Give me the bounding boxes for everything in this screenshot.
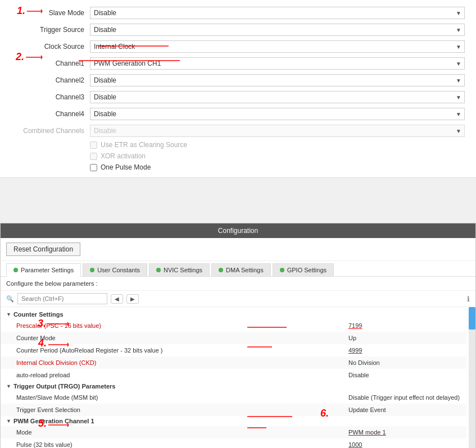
param-name: auto-reload preload [16,372,348,378]
tab-label-4: GPIO Settings [287,267,327,273]
tab-dot-icon [219,268,223,272]
section-title-0: Counter Settings [13,311,64,318]
param-name: Internal Clock Division (CKD) [16,359,348,366]
section-header-1[interactable]: ▼Trigger Output (TRGO) Parameters [1,381,466,391]
spacer [0,178,476,223]
config-select-4[interactable]: Disable [90,74,465,86]
search-icon: 🔍 [6,295,14,303]
param-value: 4999 [348,347,461,354]
param-name: Counter Period (AutoReload Register - 32… [16,347,348,354]
params-info: Configure the below parameters : [1,277,475,291]
tab-dma-settings[interactable]: DMA Settings [211,263,271,276]
checkbox-row-1: XOR activation [0,150,476,162]
config-label-4: Channel2 [11,76,90,84]
param-scroll-area: ▼Counter SettingsPrescaler (PSC - 16 bit… [1,307,475,448]
scrollbar-thumb[interactable] [469,307,475,330]
search-row: 🔍 ◀ ▶ ℹ [1,291,475,307]
param-name: Master/Slave Mode (MSM bit) [16,394,348,401]
config-row-channel1: Channel1PWM Generation CH1▼ [0,55,476,72]
top-config-panel: Slave ModeDisable▼Trigger SourceDisable▼… [0,0,476,178]
reset-configuration-button[interactable]: Reset Configuration [6,243,80,256]
config-row-slave-mode: Slave ModeDisable▼ [0,4,476,21]
checkbox-label-1: XOR activation [101,152,146,160]
config-row-combined-channels: Combined ChannelsDisable▼ [0,122,476,139]
config-label-3: Channel1 [11,60,90,67]
param-name: Prescaler (PSC - 16 bits value) [16,322,348,329]
param-value: PWM mode 1 [348,429,461,436]
config-select-3[interactable]: PWM Generation CH1 [90,57,465,70]
config-select-5[interactable]: Disable [90,91,465,103]
param-row: Trigger Event SelectionUpdate Event [1,404,466,416]
config-select-2[interactable]: Internal Clock [90,40,465,53]
config-row-channel2: Channel2Disable▼ [0,72,476,89]
param-value: 1000 [348,441,461,448]
param-row: Internal Clock Division (CKD)No Division [1,356,466,369]
param-row: Master/Slave Mode (MSM bit)Disable (Trig… [1,391,466,404]
param-value: Update Event [348,406,461,413]
config-label-7: Combined Channels [11,127,90,135]
chevron-down-icon: ▼ [6,418,11,424]
param-value: Disable (Trigger input effect not delaye… [348,394,461,401]
config-select-1[interactable]: Disable [90,24,465,36]
checkbox-2[interactable] [90,164,97,171]
section-header-0[interactable]: ▼Counter Settings [1,309,466,319]
config-label-5: Channel3 [11,93,90,101]
tab-user-constants[interactable]: User Constants [83,263,147,276]
tab-dot-icon [156,268,161,272]
checkbox-label-2: One Pulse Mode [101,163,151,171]
tab-nvic-settings[interactable]: NVIC Settings [149,263,210,276]
section-title-2: PWM Generation Channel 1 [13,418,94,424]
search-next-button[interactable]: ▶ [126,294,139,304]
config-row-channel4: Channel4Disable▼ [0,106,476,122]
config-label-6: Channel4 [11,110,90,118]
tab-gpio-settings[interactable]: GPIO Settings [273,263,334,276]
scrollbar[interactable] [469,307,475,448]
config-select-7[interactable]: Disable [90,125,465,137]
tab-dot-icon [280,268,284,272]
param-row: auto-reload preloadDisable [1,369,466,381]
param-row: ModePWM mode 1 [1,426,466,438]
checkbox-row-2: One Pulse Mode [0,162,476,173]
checkbox-row-0: Use ETR as Clearing Source [0,139,476,150]
tab-label-0: Parameter Settings [21,267,74,273]
param-name: Mode [16,429,348,436]
reset-btn-row: Reset Configuration [1,238,475,261]
tab-label-3: DMA Settings [226,267,264,273]
tab-dot-icon [13,268,18,272]
param-row: Prescaler (PSC - 16 bits value)7199 [1,319,466,332]
param-row: Counter ModeUp [1,332,466,344]
bottom-config-panel: Configuration Reset Configuration Parame… [0,223,476,448]
tab-parameter-settings[interactable]: Parameter Settings [6,263,81,277]
config-select-6[interactable]: Disable [90,108,465,120]
section-title-1: Trigger Output (TRGO) Parameters [13,383,116,390]
config-label-1: Trigger Source [11,26,90,34]
search-prev-button[interactable]: ◀ [111,294,123,304]
config-select-0[interactable]: Disable [90,7,465,19]
param-name: Pulse (32 bits value) [16,441,348,448]
section-header-2[interactable]: ▼PWM Generation Channel 1 [1,416,466,426]
checkbox-0[interactable] [90,141,97,149]
tabs-row: Parameter SettingsUser ConstantsNVIC Set… [1,261,475,277]
tab-label-2: NVIC Settings [164,267,202,273]
param-value: Disable [348,372,461,378]
chevron-down-icon: ▼ [6,383,11,389]
param-value: Up [348,335,461,341]
param-row: Counter Period (AutoReload Register - 32… [1,344,466,356]
config-header-title: Configuration [218,227,258,235]
config-label-0: Slave Mode [11,9,90,17]
tab-label-1: User Constants [97,267,140,273]
config-row-clock-source: Clock SourceInternal Clock▼ [0,38,476,55]
param-tree: ▼Counter SettingsPrescaler (PSC - 16 bit… [1,307,475,448]
tab-dot-icon [90,268,94,272]
config-row-trigger-source: Trigger SourceDisable▼ [0,21,476,38]
chevron-down-icon: ▼ [6,312,11,317]
checkbox-label-0: Use ETR as Clearing Source [101,141,187,149]
search-input[interactable] [17,293,107,304]
info-icon: ℹ [467,295,470,303]
param-value: 7199 [348,322,461,329]
checkbox-1[interactable] [90,153,97,160]
config-header: Configuration [1,223,475,238]
param-name: Trigger Event Selection [16,406,348,413]
param-row: Pulse (32 bits value)1000 [1,438,466,448]
param-name: Counter Mode [16,335,348,341]
